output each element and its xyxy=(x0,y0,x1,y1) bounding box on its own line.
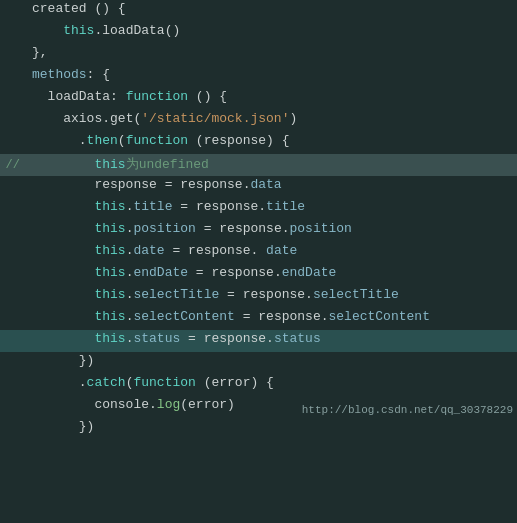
code-token: ( xyxy=(118,133,126,148)
code-token: 为undefined xyxy=(126,157,209,172)
code-line: .then(function (response) { xyxy=(0,132,517,154)
code-line: axios.get('/static/mock.json') xyxy=(0,110,517,132)
code-token: response xyxy=(219,221,281,236)
code-token: this xyxy=(94,221,125,236)
response-var: response xyxy=(204,331,266,346)
code-token: = xyxy=(165,243,188,258)
line-content: this.selectContent = response.selectCont… xyxy=(28,309,517,324)
code-token: = xyxy=(188,265,211,280)
code-token: this xyxy=(94,199,125,214)
code-line: }) xyxy=(0,418,517,440)
code-token: date xyxy=(133,243,164,258)
code-token: = xyxy=(235,309,258,324)
code-token: : { xyxy=(87,67,110,82)
code-token: = xyxy=(196,221,219,236)
code-token: '/static/mock.json' xyxy=(141,111,289,126)
code-token: catch xyxy=(87,375,126,390)
code-token xyxy=(32,331,94,346)
code-token: this xyxy=(94,243,125,258)
code-token: = xyxy=(172,199,195,214)
line-content: this.title = response.title xyxy=(28,199,517,214)
code-token: log xyxy=(157,397,180,412)
status-property: status xyxy=(133,331,180,346)
code-token: created xyxy=(32,1,87,16)
code-token: ) { xyxy=(266,133,289,148)
code-line: this.loadData() xyxy=(0,22,517,44)
url-tooltip: http://blog.csdn.net/qq_30378229 xyxy=(302,404,513,416)
code-token: selectTitle xyxy=(133,287,219,302)
line-content: }, xyxy=(28,45,517,60)
line-content: created () { xyxy=(28,1,517,16)
code-token: ) xyxy=(289,111,297,126)
code-token: . xyxy=(305,287,313,302)
code-token: }) xyxy=(32,353,94,368)
code-token: this xyxy=(94,309,125,324)
code-token: title xyxy=(133,199,172,214)
code-line: response = response.data xyxy=(0,176,517,198)
line-content: this.status = response.status xyxy=(28,331,517,346)
code-token: function xyxy=(133,375,195,390)
line-content: .then(function (response) { xyxy=(28,133,517,148)
code-token xyxy=(32,243,94,258)
line-content: this.date = response. date xyxy=(28,243,517,258)
code-token: = xyxy=(180,331,203,346)
code-token xyxy=(32,199,94,214)
line-content: }) xyxy=(28,419,517,434)
code-token xyxy=(32,265,94,280)
code-token: date xyxy=(258,243,297,258)
code-token: () { xyxy=(87,1,126,16)
line-number: // xyxy=(0,158,28,172)
code-token: function xyxy=(126,133,188,148)
code-token: selectTitle xyxy=(313,287,399,302)
code-token: selectContent xyxy=(133,309,234,324)
code-token: position xyxy=(290,221,352,236)
code-token: (error) xyxy=(180,397,235,412)
code-token: endDate xyxy=(133,265,188,280)
code-token: . xyxy=(32,133,87,148)
code-token: selectContent xyxy=(329,309,430,324)
code-token: }, xyxy=(32,45,48,60)
code-line: this.date = response. date xyxy=(0,242,517,264)
code-token xyxy=(32,157,94,172)
code-line: this.selectContent = response.selectCont… xyxy=(0,308,517,330)
code-token xyxy=(32,23,63,38)
code-token: get xyxy=(110,111,133,126)
code-token: = xyxy=(219,287,242,302)
code-token: response xyxy=(211,265,273,280)
line-content: this.position = response.position xyxy=(28,221,517,236)
code-token: error xyxy=(211,375,250,390)
code-token: response xyxy=(243,287,305,302)
code-token: data xyxy=(250,177,281,192)
code-token: () xyxy=(165,23,181,38)
code-token: }) xyxy=(32,419,94,434)
code-token: loadData xyxy=(48,89,110,104)
line-content: response = response.data xyxy=(28,177,517,192)
code-line: created () { xyxy=(0,0,517,22)
code-token: then xyxy=(87,133,118,148)
code-line-status: this.status = response.status xyxy=(0,330,517,352)
code-token: ) { xyxy=(250,375,273,390)
code-line: console.log(error) http://blog.csdn.net/… xyxy=(0,396,517,418)
code-token: console xyxy=(32,397,149,412)
code-line: this.endDate = response.endDate xyxy=(0,264,517,286)
code-token: ( xyxy=(188,133,204,148)
code-token: title xyxy=(266,199,305,214)
line-content: }) xyxy=(28,353,517,368)
code-token: . xyxy=(102,111,110,126)
code-line-comment: // this为undefined xyxy=(0,154,517,176)
code-token: . xyxy=(274,265,282,280)
code-token: () { xyxy=(188,89,227,104)
code-token: function xyxy=(126,89,188,104)
code-token: response xyxy=(188,243,250,258)
code-line: methods: { xyxy=(0,66,517,88)
code-token: . xyxy=(282,221,290,236)
code-token: this xyxy=(94,265,125,280)
code-token xyxy=(32,287,94,302)
line-content: methods: { xyxy=(28,67,517,82)
code-token: . xyxy=(258,199,266,214)
code-token: this xyxy=(63,23,94,38)
line-content: .catch(function (error) { xyxy=(28,375,517,390)
code-line: }) xyxy=(0,352,517,374)
code-token xyxy=(32,221,94,236)
code-token: = xyxy=(157,177,180,192)
